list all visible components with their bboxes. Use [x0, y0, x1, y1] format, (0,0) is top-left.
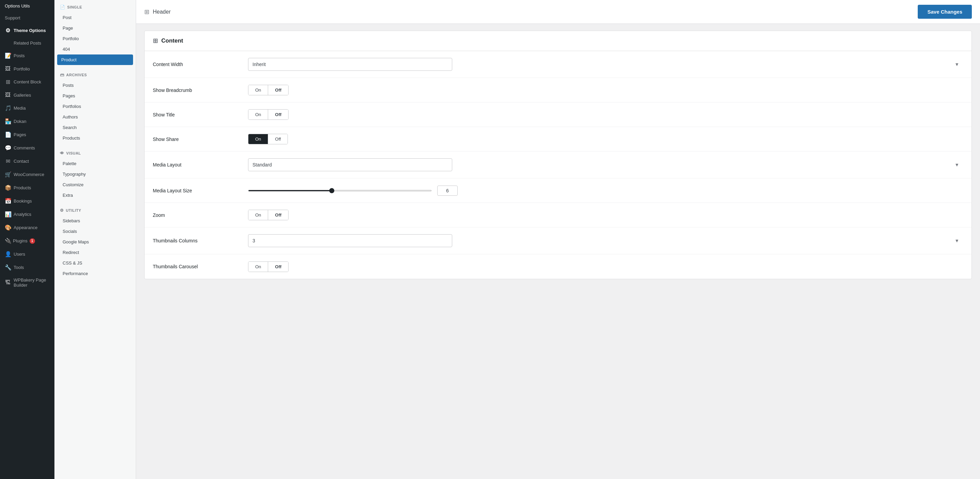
sidebar-item-options-utils[interactable]: Options Utils: [0, 0, 54, 12]
nav-section-archives: 🗃 ARCHIVES Posts Pages Portfolios Author…: [54, 68, 136, 143]
nav-item-authors[interactable]: Authors: [54, 112, 136, 122]
sidebar-item-posts[interactable]: 📝 Posts: [0, 49, 54, 62]
form-row-zoom: Zoom On Off: [145, 203, 972, 227]
sidebar-item-theme-options[interactable]: ⚙ Theme Options: [0, 24, 54, 37]
nav-item-extra[interactable]: Extra: [54, 190, 136, 201]
gear-icon: ⚙: [5, 27, 11, 34]
select-thumbnails-columns[interactable]: 1 2 3 4 5: [248, 234, 452, 247]
sidebar-item-plugins[interactable]: 🔌 Plugins 1: [0, 234, 54, 247]
nav-item-search[interactable]: Search: [54, 122, 136, 133]
nav-item-performance[interactable]: Performance: [54, 268, 136, 279]
toggle-breadcrumb-on[interactable]: On: [248, 85, 268, 95]
chevron-down-media-layout-icon: ▼: [955, 162, 959, 168]
nav-section-visual: 👁 VISUAL Palette Typography Customize Ex…: [54, 146, 136, 201]
nav-item-404[interactable]: 404: [54, 44, 136, 54]
nav-item-portfolio[interactable]: Portfolio: [54, 34, 136, 44]
sidebar-item-appearance[interactable]: 🎨 Appearance: [0, 221, 54, 234]
header-section-icon: ⊞: [144, 8, 150, 16]
nav-item-css-js[interactable]: CSS & JS: [54, 258, 136, 268]
nav-item-page[interactable]: Page: [54, 23, 136, 34]
sidebar-item-support[interactable]: Support: [0, 12, 54, 24]
label-show-share: Show Share: [153, 137, 248, 142]
nav-section-header-single: 📄 SINGLE: [54, 0, 136, 12]
sidebar-label-theme-options: Theme Options: [14, 28, 46, 33]
save-changes-button[interactable]: Save Changes: [918, 5, 972, 19]
sidebar-label-posts: Posts: [14, 53, 25, 58]
sidebar-item-related-posts[interactable]: Related Posts: [0, 37, 54, 49]
control-media-layout-size: 6: [248, 185, 963, 196]
sidebar-label-galleries: Galleries: [14, 93, 31, 98]
nav-item-redirect[interactable]: Redirect: [54, 247, 136, 258]
sidebar-label-contact: Contact: [14, 159, 29, 164]
sidebar-label-content-block: Content Block: [14, 79, 41, 85]
sidebar: Options Utils Support ⚙ Theme Options Re…: [0, 0, 54, 479]
select-wrap-thumbnails-columns: 1 2 3 4 5 ▼: [248, 234, 963, 247]
control-show-breadcrumb: On Off: [248, 85, 963, 95]
form-row-show-share: Show Share On Off: [145, 127, 972, 152]
posts-icon: 📝: [5, 53, 11, 59]
nav-item-post[interactable]: Post: [54, 12, 136, 23]
topbar: ⊞ Header Save Changes: [136, 0, 980, 24]
nav-item-posts[interactable]: Posts: [54, 80, 136, 91]
sidebar-item-users[interactable]: 👤 Users: [0, 247, 54, 261]
nav-item-socials[interactable]: Socials: [54, 226, 136, 236]
toggle-share-on[interactable]: On: [248, 134, 268, 144]
plugins-badge: 1: [30, 238, 35, 244]
nav-item-products-archive[interactable]: Products: [54, 133, 136, 143]
sidebar-item-bookings[interactable]: 📅 Bookings: [0, 195, 54, 208]
toggle-carousel-on[interactable]: On: [248, 262, 268, 271]
topbar-left: ⊞ Header: [144, 8, 170, 16]
toggle-title-on[interactable]: On: [248, 110, 268, 120]
sidebar-label-dokan: Dokan: [14, 119, 27, 124]
toggle-title-off[interactable]: Off: [268, 110, 288, 120]
sidebar-item-woocommerce[interactable]: 🛒 WooCommerce: [0, 168, 54, 181]
sidebar-item-wpbakery[interactable]: 🏗 WPBakery Page Builder: [0, 274, 54, 291]
control-content-width: Inherit Full Width Boxed ▼: [248, 58, 963, 71]
nav-section-header-visual: 👁 VISUAL: [54, 146, 136, 158]
slider-value-media-layout-size: 6: [437, 185, 458, 196]
media-icon: 🎵: [5, 105, 11, 111]
toggle-share-off[interactable]: Off: [268, 134, 288, 144]
sidebar-label-portfolio: Portfolio: [14, 66, 30, 72]
slider-media-layout-size[interactable]: [248, 190, 432, 191]
nav-item-sidebars[interactable]: Sidebars: [54, 216, 136, 226]
sidebar-item-analytics[interactable]: 📊 Analytics: [0, 208, 54, 221]
sidebar-item-content-block[interactable]: ⊞ Content Block: [0, 75, 54, 88]
section-title: Content: [161, 37, 183, 44]
sidebar-item-comments[interactable]: 💬 Comments: [0, 141, 54, 155]
toggle-breadcrumb-off[interactable]: Off: [268, 85, 288, 95]
label-zoom: Zoom: [153, 212, 248, 218]
select-wrap-content-width: Inherit Full Width Boxed ▼: [248, 58, 963, 71]
nav-item-palette[interactable]: Palette: [54, 158, 136, 169]
sidebar-item-media[interactable]: 🎵 Media: [0, 101, 54, 115]
select-content-width[interactable]: Inherit Full Width Boxed: [248, 58, 452, 71]
nav-item-customize[interactable]: Customize: [54, 179, 136, 190]
sidebar-item-tools[interactable]: 🔧 Tools: [0, 261, 54, 274]
nav-section-label-utility: UTILITY: [66, 208, 81, 212]
toggle-show-breadcrumb: On Off: [248, 85, 288, 95]
nav-item-pages[interactable]: Pages: [54, 91, 136, 101]
sidebar-label-comments: Comments: [14, 145, 35, 150]
label-media-layout-size: Media Layout Size: [153, 188, 248, 193]
sidebar-item-portfolio[interactable]: 🖼 Portfolio: [0, 62, 54, 75]
sidebar-item-galleries[interactable]: 🖼 Galleries: [0, 88, 54, 101]
nav-item-google-maps[interactable]: Google Maps: [54, 236, 136, 247]
sidebar-item-dokan[interactable]: 🏪 Dokan: [0, 115, 54, 128]
label-thumbnails-carousel: Thumbnails Carousel: [153, 264, 248, 269]
sidebar-item-contact[interactable]: ✉ Contact: [0, 155, 54, 168]
sidebar-item-pages[interactable]: 📄 Pages: [0, 128, 54, 141]
form-row-show-title: Show Title On Off: [145, 102, 972, 127]
nav-item-typography[interactable]: Typography: [54, 169, 136, 179]
nav-item-product[interactable]: Product: [57, 54, 133, 65]
toggle-carousel-off[interactable]: Off: [268, 262, 288, 271]
users-icon: 👤: [5, 251, 11, 257]
select-wrap-media-layout: Standard Gallery Slider Stack ▼: [248, 158, 963, 171]
toggle-zoom-on[interactable]: On: [248, 210, 268, 220]
plugins-icon: 🔌: [5, 238, 11, 244]
nav-item-portfolios[interactable]: Portfolios: [54, 101, 136, 112]
nav-section-single: 📄 SINGLE Post Page Portfolio 404 Product: [54, 0, 136, 65]
label-media-layout: Media Layout: [153, 162, 248, 168]
toggle-zoom-off[interactable]: Off: [268, 210, 288, 220]
select-media-layout[interactable]: Standard Gallery Slider Stack: [248, 158, 452, 171]
sidebar-item-products[interactable]: 📦 Products: [0, 181, 54, 195]
